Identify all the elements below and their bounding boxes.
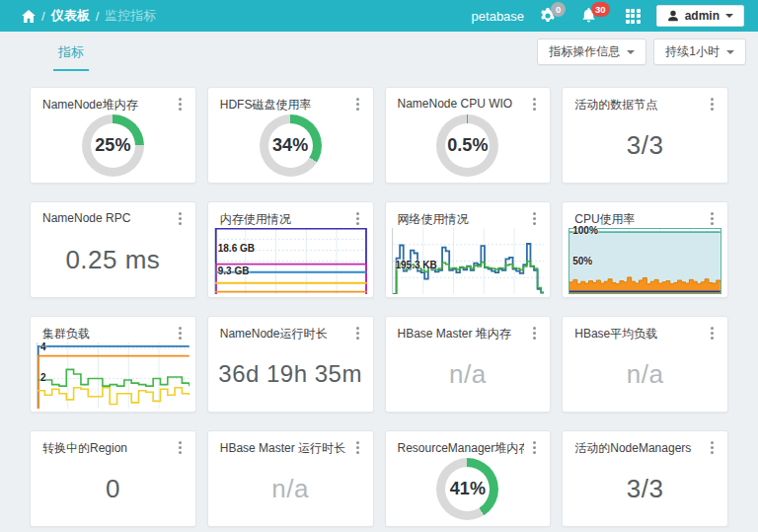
kebab-menu-icon[interactable] [705, 211, 719, 227]
home-icon[interactable] [22, 10, 36, 23]
kebab-menu-icon[interactable] [705, 440, 719, 456]
chart-tick-label: 18.6 GB [218, 244, 255, 254]
metric-card: HBase平均负载n/a [562, 316, 728, 413]
chevron-down-icon [627, 50, 635, 54]
card-body: 36d 19h 35m [216, 341, 365, 408]
chart-tick-label: 9.3 GB [218, 266, 250, 276]
chart-tick-label: 4 [40, 342, 46, 352]
donut-chart: 41% [436, 458, 498, 520]
metric-card: HDFS磁盘使用率34% [207, 87, 374, 184]
kebab-menu-icon[interactable] [173, 440, 187, 456]
metric-card: 活动的数据节点3/3 [562, 87, 728, 184]
donut-value: 34% [260, 114, 322, 177]
metric-card: HBase Master 运行时长n/a [207, 430, 374, 527]
duration-label: 持续1小时 [665, 43, 720, 60]
card-body: 34% [216, 112, 365, 179]
top-navbar: / 仪表板 / 监控指标 petabase 0 30 admin [0, 0, 758, 32]
metric-card: NameNode运行时长36d 19h 35m [207, 316, 374, 413]
breadcrumb-separator: / [96, 9, 100, 24]
kebab-menu-icon[interactable] [527, 326, 541, 342]
metric-card: ResourceManager堆内存41% [385, 430, 552, 527]
user-icon [667, 10, 679, 22]
kebab-menu-icon[interactable] [350, 440, 364, 456]
chevron-down-icon [725, 14, 733, 18]
notifications-badge: 30 [591, 2, 610, 17]
settings-badge: 0 [551, 2, 566, 17]
kebab-menu-icon[interactable] [350, 211, 364, 227]
mini-chart-network: 195.3 KB [392, 228, 545, 294]
settings-gear-icon[interactable]: 0 [540, 8, 566, 24]
donut-value: 25% [82, 114, 144, 177]
card-body: n/a [570, 341, 720, 408]
chart-tick-label: 100% [572, 226, 598, 236]
kebab-menu-icon[interactable] [527, 440, 541, 456]
user-menu-button[interactable]: admin [656, 5, 744, 27]
card-body: 41% [394, 455, 543, 522]
brand-label: petabase [472, 9, 525, 24]
user-label: admin [685, 9, 720, 23]
metric-value: 0 [106, 474, 120, 504]
chevron-down-icon [726, 50, 734, 54]
kebab-menu-icon[interactable] [350, 326, 364, 342]
metric-value: n/a [627, 359, 664, 390]
card-title: NameNode RPC [42, 211, 170, 225]
kebab-menu-icon[interactable] [705, 97, 719, 113]
metric-card: CPU使用率100%50% [562, 201, 728, 298]
metric-card: 网络使用情况195.3 KB [385, 201, 552, 298]
kebab-menu-icon[interactable] [527, 211, 541, 227]
donut-value: 41% [436, 458, 498, 520]
card-body: 3/3 [570, 455, 720, 522]
notifications-bell-icon[interactable]: 30 [581, 8, 610, 24]
kebab-menu-icon[interactable] [705, 326, 719, 342]
breadcrumb-current: 监控指标 [105, 7, 156, 25]
metric-card: NameNode堆内存25% [30, 87, 196, 184]
donut-chart: 25% [82, 114, 144, 177]
metric-value: 3/3 [627, 474, 664, 504]
kebab-menu-icon[interactable] [173, 326, 187, 342]
metric-value: 36d 19h 35m [218, 360, 362, 388]
metric-value: n/a [271, 474, 309, 504]
donut-chart: 34% [260, 114, 322, 177]
breadcrumb-separator: / [41, 9, 45, 24]
toolbar: 指标 指标操作信息 持续1小时 [0, 32, 758, 71]
mini-chart-memory: 18.6 GB9.3 GB [214, 228, 367, 294]
cards-grid: NameNode堆内存25%HDFS磁盘使用率34%NameNode CPU W… [0, 71, 758, 527]
metric-card: 转换中的Region0 [30, 430, 196, 527]
kebab-menu-icon[interactable] [350, 97, 364, 113]
kebab-menu-icon[interactable] [527, 97, 541, 113]
apps-grid-icon[interactable] [626, 9, 641, 24]
card-body: 0.25 ms [38, 226, 188, 293]
mini-chart-cpu: 100%50% [568, 228, 721, 294]
metric-card: NameNode RPC0.25 ms [30, 201, 196, 298]
metric-card: 活动的NodeManagers3/3 [562, 430, 728, 527]
card-body: 3/3 [570, 112, 720, 179]
metric-card: NameNode CPU WIO0.5% [385, 87, 552, 184]
metric-value: 0.25 ms [65, 245, 160, 275]
card-body: 0.5% [394, 112, 543, 179]
metric-actions-label: 指标操作信息 [549, 43, 620, 60]
card-body: 0 [38, 455, 188, 522]
metric-value: n/a [449, 359, 487, 390]
donut-value: 0.5% [436, 114, 498, 177]
card-title: 集群负载 [42, 326, 170, 342]
mini-chart-load: 42 [37, 342, 190, 409]
metric-value: 3/3 [627, 130, 664, 161]
metric-card: 内存使用情况18.6 GB9.3 GB [207, 201, 374, 298]
card-title: NameNode CPU WIO [398, 97, 525, 111]
metric-actions-dropdown[interactable]: 指标操作信息 [537, 38, 646, 65]
duration-dropdown[interactable]: 持续1小时 [653, 38, 746, 65]
donut-chart: 0.5% [436, 114, 498, 177]
card-title: 网络使用情况 [398, 211, 525, 228]
kebab-menu-icon[interactable] [173, 97, 187, 113]
metric-card: HBase Master 堆内存n/a [385, 316, 552, 413]
tab-metrics[interactable]: 指标 [53, 43, 89, 71]
breadcrumb: / 仪表板 / 监控指标 [22, 7, 156, 25]
card-body: n/a [394, 341, 543, 408]
kebab-menu-icon[interactable] [173, 211, 187, 227]
card-body: n/a [216, 455, 365, 522]
metric-card: 集群负载42 [30, 316, 196, 413]
breadcrumb-dashboard[interactable]: 仪表板 [51, 7, 90, 25]
card-body: 25% [38, 112, 188, 179]
chart-tick-label: 195.3 KB [396, 261, 437, 270]
chart-tick-label: 2 [40, 373, 46, 383]
